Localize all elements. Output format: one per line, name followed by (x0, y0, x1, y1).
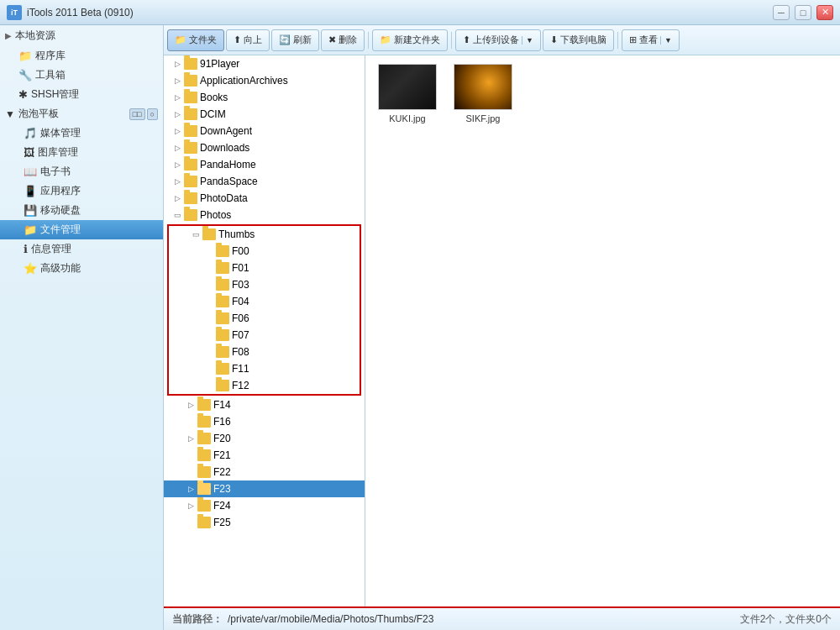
tree-item-dcim[interactable]: ▷ DCIM (164, 106, 365, 123)
sidebar-item-advanced[interactable]: ⭐ 高级功能 (0, 259, 163, 278)
expand-icon-f01[interactable] (202, 261, 216, 275)
sidebar-item-programs[interactable]: 📁 程序库 (0, 46, 163, 66)
expand-icon-f12[interactable] (202, 379, 216, 392)
tree-item-photos[interactable]: ▭ Photos (164, 207, 365, 223)
expand-icon-f23[interactable]: ▷ (184, 482, 197, 496)
tree-item-apparchives[interactable]: ▷ ApplicationArchives (164, 72, 365, 89)
expand-icon-apparchives[interactable]: ▷ (171, 74, 184, 87)
expand-icon-f00[interactable] (202, 244, 216, 258)
tree-item-f14[interactable]: ▷ F14 (164, 396, 365, 413)
tree-item-f04[interactable]: F04 (169, 293, 360, 310)
expand-icon-books[interactable]: ▷ (171, 91, 184, 104)
expand-icon-f11[interactable] (202, 362, 216, 375)
tree-item-f08[interactable]: F08 (169, 344, 360, 360)
tree-item-f23[interactable]: ▷ F23 (164, 480, 365, 497)
tree-item-f01[interactable]: F01 (169, 260, 360, 276)
download-button[interactable]: ⬇ 下载到电脑 (543, 29, 614, 51)
tree-item-pandaspace[interactable]: ▷ PandaSpace (164, 173, 365, 190)
expand-icon-f07[interactable] (202, 328, 216, 342)
up-button[interactable]: ⬆ 向上 (226, 29, 270, 51)
expand-icon-f20[interactable]: ▷ (184, 432, 197, 445)
tree-item-f24[interactable]: ▷ F24 (164, 497, 365, 514)
tree-item-f03[interactable]: F03 (169, 276, 360, 293)
tree-item-f12[interactable]: F12 (169, 377, 360, 394)
sidebar-item-label: 图库管理 (38, 145, 78, 160)
close-button[interactable]: ✕ (816, 5, 833, 20)
expand-icon-thumbs[interactable]: ▭ (189, 228, 202, 241)
expand-icon-pandaspace[interactable]: ▷ (171, 175, 184, 188)
expand-icon-f03[interactable] (202, 278, 216, 291)
expand-icon-f22[interactable] (184, 465, 197, 479)
sikf-filename: SIKF.jpg (466, 113, 501, 123)
expand-icon-f21[interactable] (184, 449, 197, 462)
device-btn-1[interactable]: □□ (129, 108, 145, 120)
up-label: 向上 (244, 34, 262, 46)
view-button[interactable]: ⊞ 查看 ▼ (622, 29, 680, 51)
tree-item-books[interactable]: ▷ Books (164, 89, 365, 106)
expand-icon-f24[interactable]: ▷ (184, 499, 197, 512)
expand-icon-dcim[interactable]: ▷ (171, 108, 184, 121)
section-arrow: ▶ (5, 31, 12, 40)
tree-item-f21[interactable]: F21 (164, 447, 365, 464)
tree-item-f07[interactable]: F07 (169, 327, 360, 344)
expand-icon-downloads[interactable]: ▷ (171, 141, 184, 155)
tree-item-f16[interactable]: F16 (164, 413, 365, 430)
tree-item-f20[interactable]: ▷ F20 (164, 430, 365, 447)
kuki-thumbnail (378, 64, 437, 110)
new-folder-button[interactable]: 📁 新建文件夹 (372, 29, 448, 51)
tree-item-f11[interactable]: F11 (169, 360, 360, 377)
tree-item-downloads[interactable]: ▷ Downloads (164, 139, 365, 156)
refresh-button[interactable]: 🔄 刷新 (271, 29, 319, 51)
expand-icon-photodata[interactable]: ▷ (171, 192, 184, 205)
tree-item-f00[interactable]: F00 (169, 243, 360, 260)
sidebar-section-local[interactable]: ▶ 本地资源 (0, 25, 163, 46)
tree-item-photodata[interactable]: ▷ PhotoData (164, 190, 365, 207)
expand-icon-f06[interactable] (202, 312, 216, 325)
expand-icon-pandahome[interactable]: ▷ (171, 158, 184, 171)
expand-icon-downagent[interactable]: ▷ (171, 124, 184, 138)
upload-button[interactable]: ⬆ 上传到设备 ▼ (455, 29, 541, 51)
maximize-button[interactable]: □ (795, 5, 811, 20)
expand-icon-f25[interactable] (184, 516, 197, 529)
tree-item-thumbs[interactable]: ▭ Thumbs (169, 226, 360, 243)
tree-item-pandahome[interactable]: ▷ PandaHome (164, 156, 365, 173)
folder-icon-f12 (216, 380, 229, 391)
folder-view-label: 文件夹 (189, 34, 217, 46)
file-item-kuki[interactable]: KUKI.jpg (374, 64, 441, 123)
new-folder-icon: 📁 (380, 34, 391, 45)
sikf-image (454, 65, 512, 109)
sidebar-item-hdd[interactable]: 💾 移动硬盘 (0, 201, 163, 220)
sidebar-item-ebook[interactable]: 📖 电子书 (0, 162, 163, 181)
sidebar-item-files[interactable]: 📁 文件管理 (0, 220, 163, 239)
sidebar-item-label: 高级功能 (40, 261, 81, 276)
expand-icon-f04[interactable] (202, 295, 216, 308)
expand-icon-photos[interactable]: ▭ (171, 208, 184, 222)
tree-item-downagent[interactable]: ▷ DownAgent (164, 123, 365, 139)
sidebar-item-shsh[interactable]: ✱ SHSH管理 (0, 85, 163, 104)
status-bar: 当前路径： /private/var/mobile/Media/Photos/T… (164, 606, 840, 630)
tree-item-91player[interactable]: ▷ 91Player (164, 55, 365, 72)
tree-panel: ▷ 91Player ▷ ApplicationArchives ▷ Books… (164, 55, 365, 606)
sidebar-item-gallery[interactable]: 🖼 图库管理 (0, 143, 163, 162)
folder-icon-books (184, 92, 197, 103)
minimize-button[interactable]: ─ (773, 5, 790, 20)
tree-label-f21: F21 (213, 449, 365, 461)
sidebar-item-media[interactable]: 🎵 媒体管理 (0, 123, 163, 143)
delete-button[interactable]: ✖ 删除 (321, 29, 365, 51)
sidebar-item-info[interactable]: ℹ 信息管理 (0, 239, 163, 259)
expand-icon-91player[interactable]: ▷ (171, 57, 184, 71)
file-item-sikf[interactable]: SIKF.jpg (449, 64, 517, 123)
tree-item-f25[interactable]: F25 (164, 514, 365, 531)
sidebar-item-apps[interactable]: 📱 应用程序 (0, 181, 163, 201)
tree-item-f22[interactable]: F22 (164, 464, 365, 480)
expand-icon-f08[interactable] (202, 345, 216, 359)
tool-icon: 🔧 (18, 69, 32, 81)
tree-item-f06[interactable]: F06 (169, 310, 360, 327)
expand-icon-f14[interactable]: ▷ (184, 398, 197, 412)
expand-icon-f16[interactable] (184, 415, 197, 428)
device-btn-2[interactable]: ○ (147, 108, 158, 120)
tree-label-dcim: DCIM (200, 108, 365, 120)
folder-icon-f16 (197, 416, 211, 428)
folder-view-button[interactable]: 📁 文件夹 (167, 29, 224, 51)
sidebar-item-toolbox[interactable]: 🔧 工具箱 (0, 66, 163, 85)
